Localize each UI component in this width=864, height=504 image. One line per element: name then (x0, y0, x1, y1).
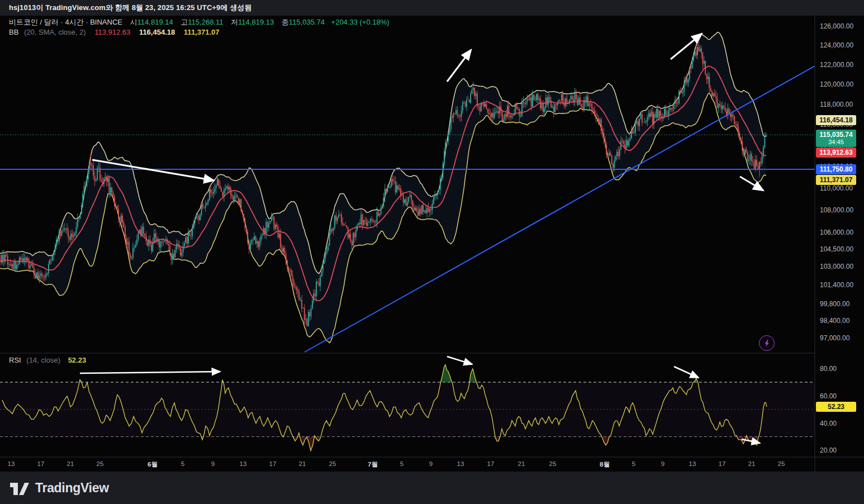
time-axis-tick: 17 (709, 460, 735, 467)
time-axis-tick: 21 (738, 460, 765, 467)
time-axis-tick: 9 (417, 460, 444, 467)
bb-legend-row[interactable]: BB (20, SMA, close, 2) 113,912.63 116,45… (9, 28, 220, 36)
arrow-drawing[interactable] (447, 50, 471, 82)
time-axis-tick: 21 (289, 460, 316, 467)
time-axis-tick: 13 (447, 460, 474, 467)
time-axis-tick: 13 (679, 460, 706, 467)
symbol-title[interactable]: 비트코인 / 달러 · 4시간 · BINANCE (9, 18, 122, 26)
boost-button[interactable] (759, 335, 775, 351)
rsi-indicator-name[interactable]: RSI (9, 356, 21, 364)
time-axis-tick: 25 (539, 460, 566, 467)
time-axis-tick: 8월 (591, 460, 618, 469)
high-label: 고 (181, 18, 188, 26)
tradingview-logo-text[interactable]: TradingView (35, 481, 109, 496)
time-axis-tick: 7월 (359, 460, 386, 469)
arrow-drawing[interactable] (80, 372, 220, 373)
bottom-brand-bar: TradingView (0, 472, 864, 504)
time-axis-tick: 25 (768, 460, 795, 467)
bb-indicator-name[interactable]: BB (9, 28, 18, 36)
rsi-scale[interactable]: 80.0060.0040.0020.0052.23 (815, 0, 864, 472)
time-axis-tick: 17 (477, 460, 504, 467)
open-value: 114,819.14 (137, 18, 173, 26)
time-axis-tick: 25 (87, 460, 113, 467)
time-axis-tick: 25 (319, 460, 346, 467)
bb-basis-value: 113,912.63 (94, 28, 130, 36)
time-axis-tick: 17 (259, 460, 286, 467)
bb-lower-value: 111,371.07 (184, 28, 220, 36)
low-label: 저 (231, 18, 238, 26)
arrow-drawing[interactable] (674, 367, 699, 378)
rsi-legend-row[interactable]: RSI (14, close) 52.23 (9, 356, 86, 364)
time-axis-tick: 5 (620, 460, 647, 467)
time-axis-tick: 9 (200, 460, 226, 467)
change-value: +204.33 (+0.18%) (331, 18, 390, 26)
high-value: 115,268.11 (188, 18, 223, 26)
bb-fill-area (0, 32, 766, 343)
time-axis-tick: 5 (388, 460, 415, 467)
lightning-icon (763, 339, 771, 348)
chart-canvas[interactable] (0, 0, 864, 504)
close-value: 115,035.74 (289, 18, 325, 26)
tradingview-snapshot: hsj1013이 TradingView.com와 함께 8월 23, 2025… (0, 0, 864, 504)
time-axis-tick: 9 (649, 460, 676, 467)
rsi-indicator-params: (14, close) (26, 356, 60, 364)
rsi-axis-tick: 80.00 (820, 365, 837, 373)
open-label: 시 (130, 18, 137, 26)
rsi-axis-tick: 20.00 (820, 446, 837, 454)
rsi-axis-tick: 60.00 (820, 392, 837, 400)
symbol-legend-row[interactable]: 비트코인 / 달러 · 4시간 · BINANCE 시114,819.14 고1… (9, 17, 390, 27)
rsi-band (0, 382, 815, 437)
tradingview-logo-icon[interactable] (10, 481, 29, 495)
bb-upper-value: 116,454.18 (139, 28, 175, 36)
rsi-axis-tick: 40.00 (820, 420, 837, 427)
main-pane-plot[interactable] (0, 32, 767, 343)
time-axis-tick: 17 (27, 460, 54, 467)
time-axis-tick: 21 (508, 460, 535, 467)
time-axis-tick: 21 (57, 460, 84, 467)
time-axis-tick: 13 (0, 460, 25, 467)
bb-indicator-params: (20, SMA, close, 2) (24, 28, 86, 36)
time-scale[interactable]: 131721256월59131721257월59131721258월591317… (0, 457, 864, 472)
close-label: 종 (282, 18, 289, 26)
time-axis-tick: 13 (230, 460, 257, 467)
bb-upper-band-line (0, 32, 766, 274)
rsi-current-value: 52.23 (68, 356, 87, 364)
time-axis-tick: 6월 (139, 460, 166, 469)
low-value: 114,819.13 (238, 18, 274, 26)
arrow-drawing[interactable] (447, 356, 472, 364)
rsi-value-badge: 52.23 (816, 402, 856, 412)
time-axis-tick: 5 (169, 460, 196, 467)
